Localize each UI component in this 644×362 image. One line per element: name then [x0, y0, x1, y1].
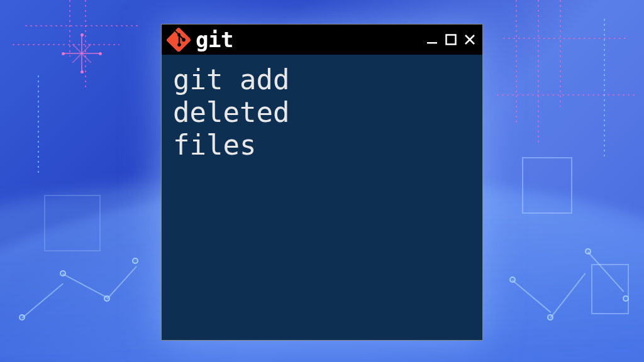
minimize-button[interactable] — [426, 33, 438, 46]
window-title: git — [196, 29, 233, 50]
terminal-text: git add deleted files — [173, 63, 471, 162]
titlebar[interactable]: git — [162, 25, 482, 55]
svg-rect-0 — [427, 42, 437, 44]
close-button[interactable] — [464, 33, 476, 46]
git-logo-icon — [167, 28, 191, 52]
svg-rect-1 — [447, 35, 456, 45]
terminal-window: git git add deleted files — [161, 24, 483, 341]
maximize-button[interactable] — [445, 33, 457, 46]
terminal-body[interactable]: git add deleted files — [162, 55, 482, 340]
window-controls — [426, 33, 476, 46]
